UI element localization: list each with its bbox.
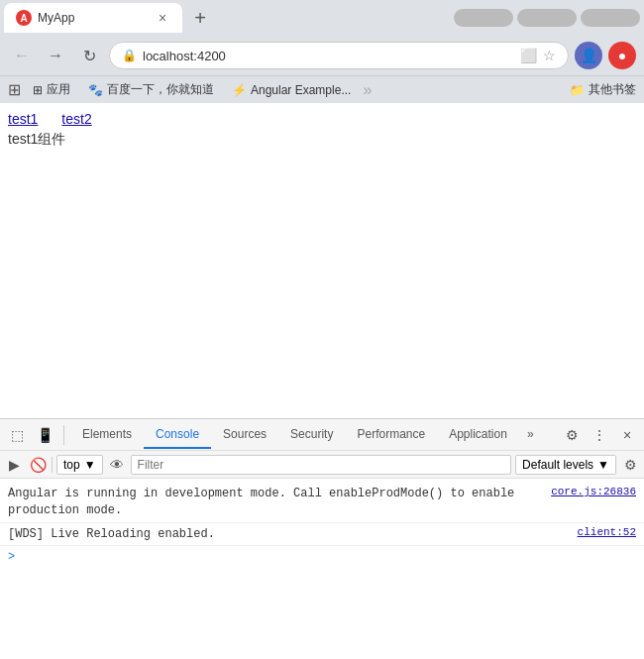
url-text: localhost:4200 bbox=[143, 49, 514, 63]
tab-title: MyApp bbox=[38, 11, 149, 25]
levels-dropdown-icon: ▼ bbox=[597, 458, 609, 472]
ban-button[interactable]: 🚫 bbox=[28, 455, 48, 475]
console-message-1-source[interactable]: core.js:26836 bbox=[551, 486, 636, 497]
active-tab[interactable]: A MyApp × bbox=[4, 3, 182, 33]
console-message-1-text: Angular is running in development mode. … bbox=[8, 486, 543, 519]
inspect-icon: ⬚ bbox=[11, 427, 24, 443]
levels-label: Default levels bbox=[522, 458, 593, 472]
menu-icon[interactable]: ● bbox=[608, 42, 636, 69]
device-icon: 📱 bbox=[37, 427, 54, 443]
apps-icon[interactable]: ⊞ bbox=[8, 80, 21, 99]
page-content: test1 test2 test1组件 bbox=[0, 103, 644, 418]
devtools-close-button[interactable]: × bbox=[614, 422, 640, 448]
console-message-2-text: [WDS] Live Reloading enabled. bbox=[8, 526, 570, 543]
log-levels-selector[interactable]: Default levels ▼ bbox=[515, 455, 616, 475]
apps-bm-icon: ⊞ bbox=[33, 83, 43, 97]
address-bar: ← → ↻ 🔒 localhost:4200 ⬜ ☆ 👤 ● bbox=[0, 36, 644, 75]
tab-extra-pill-3 bbox=[581, 9, 640, 27]
context-selector[interactable]: top ▼ bbox=[56, 455, 103, 475]
devtools-filter-bar: ▶ 🚫 top ▼ 👁 Default levels ▼ ⚙ bbox=[0, 451, 644, 479]
folder-icon: 📁 bbox=[570, 83, 585, 97]
devtools-toolbar: ⬚ 📱 Elements Console Sources Security bbox=[0, 419, 644, 451]
reload-button[interactable]: ↻ bbox=[75, 42, 103, 69]
console-tab-label: Console bbox=[156, 427, 199, 441]
devtools-tabs: Elements Console Sources Security Perfor… bbox=[70, 421, 557, 449]
eye-icon: 👁 bbox=[110, 457, 124, 473]
bookmark-apps[interactable]: ⊞ 应用 bbox=[27, 79, 76, 100]
tab-bar: A MyApp × + bbox=[0, 0, 644, 36]
tab-favicon: A bbox=[16, 10, 32, 26]
console-message-2: [WDS] Live Reloading enabled. client:52 bbox=[0, 523, 644, 547]
console-message-1: Angular is running in development mode. … bbox=[0, 483, 644, 523]
bookmarks-bar: ⊞ ⊞ 应用 🐾 百度一下，你就知道 ⚡ Angular Example... … bbox=[0, 75, 644, 103]
elements-tab-label: Elements bbox=[82, 427, 132, 441]
bookmark-baidu[interactable]: 🐾 百度一下，你就知道 bbox=[82, 79, 220, 100]
settings-icon: ⚙ bbox=[566, 427, 579, 443]
application-tab-label: Application bbox=[449, 427, 507, 441]
component-text: test1组件 bbox=[8, 131, 636, 149]
performance-tab-label: Performance bbox=[357, 427, 425, 441]
context-label: top bbox=[63, 458, 80, 472]
bookmarks-more-icon[interactable]: » bbox=[363, 81, 372, 99]
address-extras: 👤 ● bbox=[575, 42, 636, 69]
url-bar[interactable]: 🔒 localhost:4200 ⬜ ☆ bbox=[109, 42, 569, 69]
console-settings-icon: ⚙ bbox=[624, 457, 637, 473]
filter-separator bbox=[52, 457, 53, 473]
lock-icon: 🔒 bbox=[122, 49, 137, 62]
angular-bm-label: Angular Example... bbox=[251, 83, 351, 97]
other-bookmarks-label: 其他书签 bbox=[589, 81, 636, 98]
tabs-more-button[interactable]: » bbox=[519, 421, 542, 449]
play-icon: ▶ bbox=[9, 457, 20, 473]
tab-application[interactable]: Application bbox=[437, 421, 519, 449]
avatar-person-icon: 👤 bbox=[581, 48, 597, 63]
filter-input[interactable] bbox=[131, 455, 511, 475]
devtools-panel: ⬚ 📱 Elements Console Sources Security bbox=[0, 418, 644, 659]
angular-bm-icon: ⚡ bbox=[232, 83, 247, 97]
baidu-bm-icon: 🐾 bbox=[88, 83, 103, 97]
kebab-menu-icon: ⋮ bbox=[592, 427, 606, 443]
tab-close-button[interactable]: × bbox=[155, 10, 170, 26]
close-icon: × bbox=[623, 427, 631, 443]
context-dropdown-icon: ▼ bbox=[84, 458, 96, 472]
tab-extras bbox=[454, 9, 640, 27]
devtools-right-icons: ⚙ ⋮ × bbox=[559, 422, 640, 448]
apps-bm-label: 应用 bbox=[47, 81, 70, 98]
console-settings-button[interactable]: ⚙ bbox=[620, 455, 640, 475]
clear-console-button[interactable]: ▶ bbox=[4, 455, 24, 475]
inspect-element-button[interactable]: ⬚ bbox=[4, 422, 30, 448]
sources-tab-label: Sources bbox=[223, 427, 267, 441]
tab-sources[interactable]: Sources bbox=[211, 421, 278, 449]
tab-console[interactable]: Console bbox=[144, 421, 211, 449]
toolbar-separator bbox=[63, 425, 64, 445]
translate-icon[interactable]: ⬜ bbox=[520, 48, 537, 63]
console-prompt[interactable]: > bbox=[0, 546, 644, 568]
test2-link[interactable]: test2 bbox=[61, 111, 91, 127]
browser-window: A MyApp × + ← → ↻ 🔒 localhost:4200 ⬜ ☆ 👤 bbox=[0, 0, 644, 659]
prompt-icon: > bbox=[8, 550, 15, 564]
tab-extra-pill-1 bbox=[454, 9, 513, 27]
devtools-menu-button[interactable]: ⋮ bbox=[587, 422, 612, 448]
avatar-icon[interactable]: 👤 bbox=[575, 42, 602, 69]
console-output: Angular is running in development mode. … bbox=[0, 479, 644, 659]
test1-link[interactable]: test1 bbox=[8, 111, 38, 127]
tab-performance[interactable]: Performance bbox=[345, 421, 437, 449]
security-tab-label: Security bbox=[290, 427, 333, 441]
other-bookmarks[interactable]: 📁 其他书签 bbox=[570, 81, 636, 98]
page-links-row: test1 test2 bbox=[8, 111, 636, 127]
bookmark-angular[interactable]: ⚡ Angular Example... bbox=[226, 81, 357, 99]
back-button[interactable]: ← bbox=[8, 42, 36, 69]
bookmark-icon[interactable]: ☆ bbox=[543, 48, 556, 63]
url-actions: ⬜ ☆ bbox=[520, 48, 556, 63]
forward-button[interactable]: → bbox=[42, 42, 69, 69]
ban-icon: 🚫 bbox=[30, 457, 47, 473]
devtools-settings-button[interactable]: ⚙ bbox=[559, 422, 585, 448]
tab-security[interactable]: Security bbox=[278, 421, 345, 449]
tab-elements[interactable]: Elements bbox=[70, 421, 144, 449]
console-message-2-source[interactable]: client:52 bbox=[578, 526, 636, 538]
device-mode-button[interactable]: 📱 bbox=[32, 422, 57, 448]
tab-extra-pill-2 bbox=[517, 9, 577, 27]
baidu-bm-label: 百度一下，你就知道 bbox=[107, 81, 214, 98]
new-tab-button[interactable]: + bbox=[186, 4, 214, 32]
eye-button[interactable]: 👁 bbox=[107, 455, 127, 475]
menu-dot-icon: ● bbox=[618, 48, 626, 63]
